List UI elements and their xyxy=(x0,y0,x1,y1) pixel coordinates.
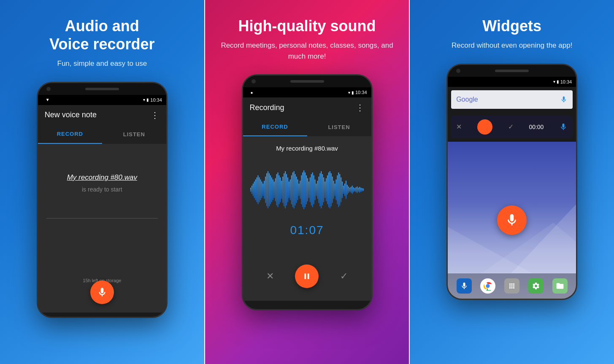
wifi-icon-2: ▾ xyxy=(348,90,350,95)
svg-rect-82 xyxy=(352,186,352,194)
panel-middle-subtitle: Record meetings, personal notes, classes… xyxy=(218,40,397,62)
svg-rect-68 xyxy=(334,184,335,196)
phone-bottom-3 xyxy=(448,299,576,300)
svg-rect-57 xyxy=(321,171,322,208)
widget-close-icon[interactable]: ✕ xyxy=(456,123,462,131)
widget-record-button[interactable] xyxy=(477,119,492,135)
svg-rect-67 xyxy=(333,181,334,199)
phone-camera-2 xyxy=(252,79,256,84)
svg-rect-90 xyxy=(362,188,362,191)
svg-rect-75 xyxy=(343,186,344,194)
status-bar-2: ● ▾ ▮ 10:34 xyxy=(243,87,371,97)
battery-icon-3: ▮ xyxy=(557,79,559,84)
fab-button-1[interactable] xyxy=(90,280,114,304)
dock-mic-icon[interactable] xyxy=(457,278,472,294)
phone-bottom-1 xyxy=(38,317,166,318)
panel-right-subtitle: Record without even opening the app! xyxy=(452,40,572,51)
status-time-3: 10:34 xyxy=(560,79,572,84)
svg-rect-35 xyxy=(293,171,294,208)
svg-rect-10 xyxy=(262,184,263,196)
svg-rect-25 xyxy=(281,181,282,199)
dock-chrome-icon[interactable] xyxy=(480,278,495,294)
svg-rect-63 xyxy=(328,173,329,207)
dock-mic-svg xyxy=(460,282,468,290)
svg-rect-87 xyxy=(358,188,359,192)
battery-icon-1: ▮ xyxy=(146,97,149,102)
phone-speaker-1 xyxy=(85,88,119,90)
app-bar-1: New voice note ⋮ xyxy=(38,105,166,125)
svg-rect-69 xyxy=(335,180,336,200)
phone-inner-3: Google ✕ ✓ 00:00 xyxy=(448,87,576,299)
apps-svg xyxy=(508,282,516,290)
wifi-icon-1: ▾ xyxy=(143,97,145,102)
widget-recorder: ✕ ✓ 00:00 xyxy=(451,116,573,138)
svg-point-95 xyxy=(486,284,490,288)
panel-left-subtitle: Fun, simple and easy to use xyxy=(57,58,147,69)
svg-rect-85 xyxy=(355,187,356,192)
svg-rect-70 xyxy=(337,175,338,205)
settings-svg xyxy=(532,282,540,290)
phone-3: ▾ ▮ 10:34 Google ✕ ✓ 00:00 xyxy=(446,64,577,300)
svg-rect-58 xyxy=(322,174,323,205)
panel-right: Widgets Record without even opening the … xyxy=(410,0,614,364)
dock-apps-icon[interactable] xyxy=(504,278,519,294)
svg-rect-31 xyxy=(288,182,289,198)
svg-rect-76 xyxy=(344,184,345,196)
tab-listen-1[interactable]: LISTEN xyxy=(102,125,166,144)
close-icon-2[interactable]: ✕ xyxy=(266,271,274,282)
svg-rect-78 xyxy=(346,185,347,194)
svg-rect-13 xyxy=(266,173,267,206)
tab-bar-2: RECORD LISTEN xyxy=(243,118,371,136)
app-bar-title-2: Recording xyxy=(250,103,284,112)
svg-rect-15 xyxy=(268,173,269,206)
phone-speaker-3 xyxy=(495,70,529,72)
waveform-svg-2 xyxy=(249,169,365,211)
recording-screen-2: My recording #80.wav xyxy=(243,136,371,301)
svg-rect-53 xyxy=(316,184,316,196)
svg-rect-74 xyxy=(342,182,343,198)
phone-top-bar-3 xyxy=(448,65,576,77)
svg-rect-26 xyxy=(282,177,283,203)
svg-rect-86 xyxy=(357,186,357,193)
phone-2: ● ▾ ▮ 10:34 Recording ⋮ RECORD LISTEN xyxy=(242,74,373,310)
widget-time: 00:00 xyxy=(529,124,544,130)
svg-rect-12 xyxy=(265,177,266,203)
svg-rect-2 xyxy=(252,184,253,196)
svg-rect-91 xyxy=(363,189,364,191)
svg-rect-45 xyxy=(306,175,307,205)
home-screen-3 xyxy=(448,142,576,299)
menu-dots-1[interactable]: ⋮ xyxy=(151,110,160,120)
panel-middle-title: High-quality sound xyxy=(238,17,376,35)
svg-rect-72 xyxy=(339,174,340,205)
widget-check-icon[interactable]: ✓ xyxy=(508,123,514,131)
pause-button-2[interactable] xyxy=(295,264,319,288)
svg-rect-65 xyxy=(330,173,331,206)
menu-dots-2[interactable]: ⋮ xyxy=(356,102,365,113)
svg-rect-89 xyxy=(360,188,361,192)
pause-icon-2 xyxy=(302,272,311,281)
svg-rect-81 xyxy=(350,187,351,193)
svg-rect-37 xyxy=(296,177,297,203)
svg-rect-6 xyxy=(257,175,258,205)
tab-listen-2[interactable]: LISTEN xyxy=(307,118,371,136)
svg-rect-20 xyxy=(275,178,276,202)
phone-camera-1 xyxy=(46,87,51,91)
dock-settings-icon[interactable] xyxy=(528,278,544,294)
check-icon-2[interactable]: ✓ xyxy=(340,271,348,282)
google-search-bar[interactable]: Google xyxy=(451,90,573,109)
dock-files-icon[interactable] xyxy=(552,278,568,294)
svg-rect-39 xyxy=(298,184,299,196)
decorative-shapes xyxy=(448,168,577,273)
app-bar-title-1: New voice note xyxy=(45,111,97,119)
panel-left-title: Audio and Voice recorder xyxy=(49,17,154,53)
tab-record-1[interactable]: RECORD xyxy=(38,125,102,144)
svg-rect-1 xyxy=(251,186,252,194)
svg-rect-66 xyxy=(332,177,333,203)
google-mic-icon[interactable] xyxy=(560,96,568,103)
svg-rect-11 xyxy=(264,181,265,199)
tab-record-2[interactable]: RECORD xyxy=(243,118,307,136)
battery-icon-2: ▮ xyxy=(352,90,354,95)
phone-camera-3 xyxy=(456,69,460,73)
svg-rect-22 xyxy=(277,173,278,207)
svg-rect-14 xyxy=(268,171,268,208)
